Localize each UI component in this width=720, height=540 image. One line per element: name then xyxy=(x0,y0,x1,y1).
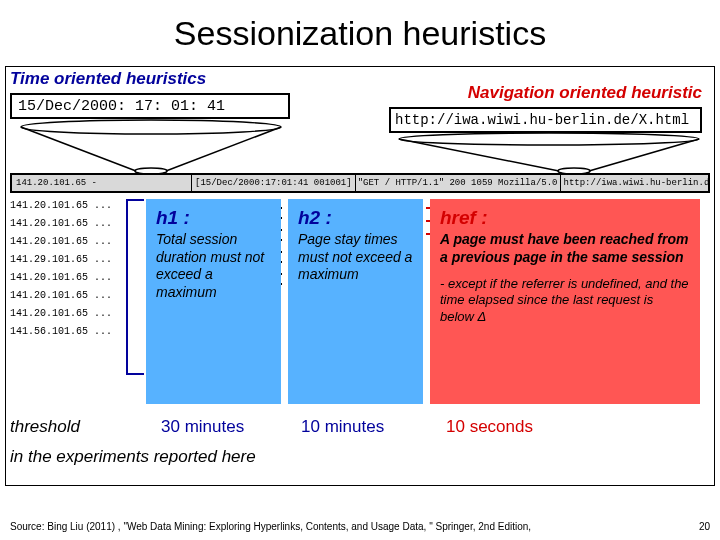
svg-line-6 xyxy=(589,139,699,171)
log-entry: 141.56.101.65 ... xyxy=(10,323,112,341)
svg-point-0 xyxy=(21,120,281,134)
h1-card: h1 : Total session duration must not exc… xyxy=(146,199,281,404)
h1-bracket-icon xyxy=(126,199,144,375)
log-entry: 141.20.101.65 ... xyxy=(10,287,112,305)
footer: Source: Bing Liu (2011) , "Web Data Mini… xyxy=(10,521,710,532)
timestamp-box: 15/Dec/2000: 17: 01: 41 xyxy=(10,93,290,119)
h2-card: h2 : Page stay times must not exceed a m… xyxy=(288,199,423,404)
h1-desc: Total session duration must not exceed a… xyxy=(156,231,271,301)
href-desc: A page must have been reached from a pre… xyxy=(440,231,688,265)
svg-point-4 xyxy=(399,133,699,145)
h2-label: h2 : xyxy=(298,207,413,229)
h1-label: h1 : xyxy=(156,207,271,229)
svg-line-2 xyxy=(166,127,281,171)
footer-source: Source: Bing Liu (2011) , "Web Data Mini… xyxy=(10,521,531,532)
href-label: href : xyxy=(440,207,690,229)
cone-right-icon xyxy=(394,133,704,175)
log-entry: 141.20.101.65 ... xyxy=(10,197,112,215)
log-entries: 141.20.101.65 ... 141.20.101.65 ... 141.… xyxy=(10,197,112,341)
h2-desc: Page stay times must not exceed a maximu… xyxy=(298,231,413,284)
slide-title: Sessionization heuristics xyxy=(0,0,720,63)
logbar-mid: "GET / HTTP/1.1" 200 1059 Mozilla/5.0 xyxy=(358,175,558,191)
log-entry: 141.20.101.65 ... xyxy=(10,215,112,233)
logbar-ip: 141.20.101.65 - xyxy=(16,175,97,191)
log-entry: 141.29.101.65 ... xyxy=(10,251,112,269)
url-box: http://iwa.wiwi.hu-berlin.de/X.html xyxy=(389,107,702,133)
log-entry: 141.20.101.65 ... xyxy=(10,233,112,251)
experiments-note: in the experiments reported here xyxy=(10,447,256,467)
log-entry: 141.20.101.65 ... xyxy=(10,269,112,287)
log-bar: 141.20.101.65 - [15/Dec/2000:17:01:41 00… xyxy=(10,173,710,193)
log-entry: 141.20.101.65 ... xyxy=(10,305,112,323)
threshold-h1: 30 minutes xyxy=(161,417,244,437)
section-time-heading: Time oriented heuristics xyxy=(10,69,206,89)
logbar-url: http://iwa.wiwi.hu-berlin.de/X.html xyxy=(560,174,711,192)
section-nav-heading: Navigation oriented heuristic xyxy=(468,83,702,103)
href-card: href : A page must have been reached fro… xyxy=(430,199,700,404)
logbar-timestamp: [15/Dec/2000:17:01:41 001001] xyxy=(191,174,356,192)
href-extra: - except if the referrer is undefined, a… xyxy=(440,276,690,325)
threshold-label: threshold xyxy=(10,417,80,437)
cone-left-icon xyxy=(16,119,286,175)
svg-line-1 xyxy=(21,127,136,171)
threshold-href: 10 seconds xyxy=(446,417,533,437)
diagram-frame: Time oriented heuristics Navigation orie… xyxy=(5,66,715,486)
page-number: 20 xyxy=(699,521,710,532)
threshold-h2: 10 minutes xyxy=(301,417,384,437)
svg-line-5 xyxy=(399,139,559,171)
